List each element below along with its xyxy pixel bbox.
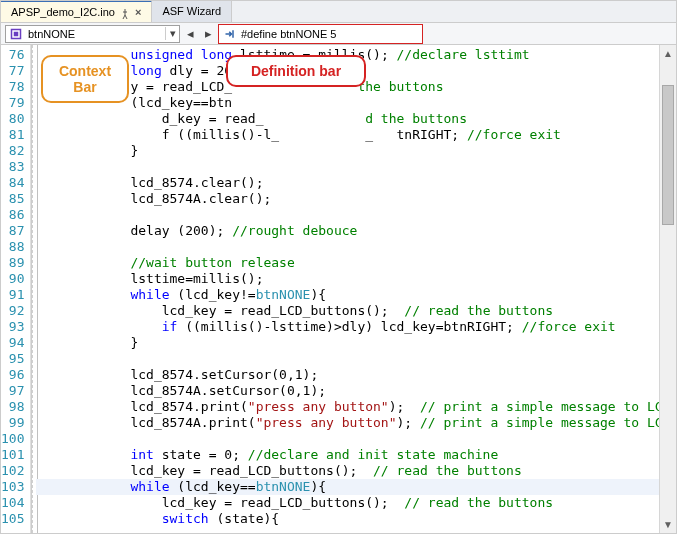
code-line[interactable]: int state = 0; //declare and init state … (36, 447, 676, 463)
definition-text: #define btnNONE 5 (241, 28, 336, 40)
code-line[interactable]: } (36, 143, 676, 159)
line-number: 80 (1, 111, 24, 127)
tab-label: ASF Wizard (162, 3, 221, 19)
code-line[interactable]: lsttime=millis(); (36, 271, 676, 287)
line-number: 98 (1, 399, 24, 415)
line-number: 97 (1, 383, 24, 399)
code-line[interactable]: lcd_8574A.print("press any button"); // … (36, 415, 676, 431)
next-button[interactable]: ▸ (200, 26, 216, 42)
line-number: 105 (1, 511, 24, 527)
code-line[interactable] (36, 351, 676, 367)
scroll-thumb[interactable] (662, 85, 674, 225)
code-line[interactable] (36, 431, 676, 447)
code-line[interactable]: y = read_LCD_ the buttons (36, 79, 676, 95)
vertical-scrollbar[interactable]: ▲ ▼ (659, 45, 676, 533)
line-number: 79 (1, 95, 24, 111)
close-icon[interactable]: × (135, 4, 141, 20)
code-line[interactable]: while (lcd_key==btnNONE){ (36, 479, 676, 495)
line-number: 78 (1, 79, 24, 95)
code-line[interactable]: long dly = 20 (36, 63, 676, 79)
line-number: 87 (1, 223, 24, 239)
tab-asf-wizard[interactable]: ASF Wizard (152, 0, 232, 22)
svg-rect-2 (232, 30, 234, 38)
line-number: 83 (1, 159, 24, 175)
code-line[interactable]: lcd_8574.clear(); (36, 175, 676, 191)
code-line[interactable]: unsigned long lsttime = millis(); //decl… (36, 47, 676, 63)
code-line[interactable]: lcd_key = read_LCD_buttons(); // read th… (36, 495, 676, 511)
line-number: 104 (1, 495, 24, 511)
code-line[interactable]: lcd_key = read_LCD_buttons(); // read th… (36, 303, 676, 319)
line-number: 102 (1, 463, 24, 479)
chevron-down-icon[interactable]: ▾ (165, 27, 179, 40)
tab-label: APSP_demo_I2C.ino (11, 4, 115, 20)
code-line[interactable]: delay (200); //rought debouce (36, 223, 676, 239)
line-number: 99 (1, 415, 24, 431)
line-number: 86 (1, 207, 24, 223)
line-number: 103 (1, 479, 24, 495)
goto-def-icon (223, 27, 237, 41)
code-line[interactable]: d_key = read_ d the buttons (36, 111, 676, 127)
code-line[interactable]: f ((millis()-l_ _ tnRIGHT; //force exit (36, 127, 676, 143)
line-number: 94 (1, 335, 24, 351)
code-line[interactable] (36, 159, 676, 175)
line-number: 82 (1, 143, 24, 159)
line-number: 90 (1, 271, 24, 287)
line-number: 76 (1, 47, 24, 63)
code-editor[interactable]: 7677787980818283848586878889909192939495… (1, 45, 676, 533)
line-number: 93 (1, 319, 24, 335)
svg-rect-1 (14, 31, 19, 36)
code-line[interactable]: lcd_8574A.clear(); (36, 191, 676, 207)
code-line[interactable]: lcd_key = read_LCD_buttons(); // read th… (36, 463, 676, 479)
code-line[interactable]: //wait button release (36, 255, 676, 271)
line-number: 100 (1, 431, 24, 447)
code-line[interactable]: } (36, 335, 676, 351)
code-line[interactable]: lcd_8574.setCursor(0,1); (36, 367, 676, 383)
tab-bar: APSP_demo_I2C.ino×ASF Wizard (1, 1, 676, 23)
line-number: 85 (1, 191, 24, 207)
code-line[interactable] (36, 239, 676, 255)
line-number: 77 (1, 63, 24, 79)
scroll-down-icon[interactable]: ▼ (660, 516, 676, 533)
code-line[interactable]: switch (state){ (36, 511, 676, 527)
code-line[interactable]: while (lcd_key!=btnNONE){ (36, 287, 676, 303)
line-number: 96 (1, 367, 24, 383)
line-gutter: 7677787980818283848586878889909192939495… (1, 45, 31, 533)
line-number: 101 (1, 447, 24, 463)
code-line[interactable]: lcd_8574.print("press any button"); // p… (36, 399, 676, 415)
code-line[interactable] (36, 207, 676, 223)
pin-icon[interactable] (120, 7, 130, 17)
code-line[interactable]: lcd_8574A.setCursor(0,1); (36, 383, 676, 399)
line-number: 91 (1, 287, 24, 303)
line-number: 92 (1, 303, 24, 319)
line-number: 88 (1, 239, 24, 255)
context-combo[interactable]: btnNONE ▾ (5, 25, 180, 43)
code-line[interactable]: if ((millis()-lsttime)>dly) lcd_key=btnR… (36, 319, 676, 335)
line-number: 81 (1, 127, 24, 143)
code-line[interactable]: (lcd_key==btn (36, 95, 676, 111)
context-selected: btnNONE (26, 28, 165, 40)
line-number: 89 (1, 255, 24, 271)
prev-button[interactable]: ◂ (182, 26, 198, 42)
toolbar: btnNONE ▾ ◂ ▸ #define btnNONE 5 (1, 23, 676, 45)
definition-bar[interactable]: #define btnNONE 5 (218, 24, 423, 44)
code-area[interactable]: unsigned long lsttime = millis(); //decl… (32, 45, 676, 527)
line-number: 95 (1, 351, 24, 367)
symbol-icon (9, 27, 23, 41)
tab-apsp_demo_i2c-ino[interactable]: APSP_demo_I2C.ino× (1, 0, 152, 22)
scroll-up-icon[interactable]: ▲ (660, 45, 676, 62)
line-number: 84 (1, 175, 24, 191)
